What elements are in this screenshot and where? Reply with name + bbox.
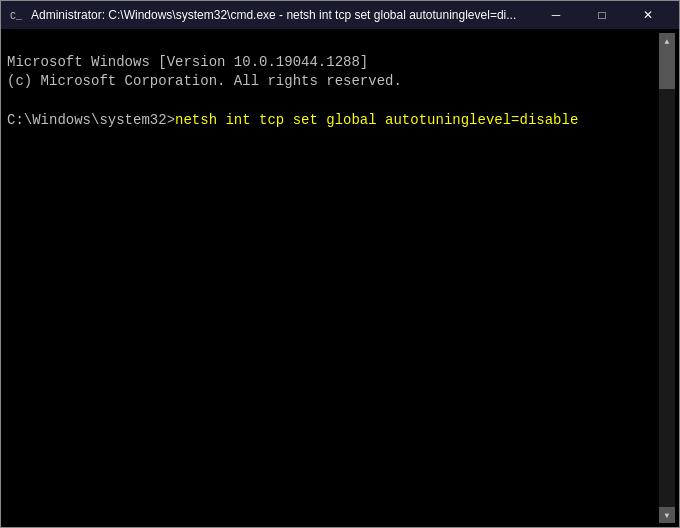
scroll-up-button[interactable]: ▲ [659, 33, 675, 49]
command-text: netsh int tcp set global autotuninglevel… [175, 112, 578, 128]
minimize-button[interactable]: ─ [533, 1, 579, 29]
version-line: Microsoft Windows [Version 10.0.19044.12… [7, 54, 368, 70]
console-output[interactable]: Microsoft Windows [Version 10.0.19044.12… [7, 33, 659, 523]
svg-text:C_: C_ [10, 11, 23, 22]
window-title: Administrator: C:\Windows\system32\cmd.e… [31, 8, 525, 22]
scrollbar-track [659, 49, 675, 507]
scrollbar: ▲ ▼ [659, 33, 675, 523]
scrollbar-thumb[interactable] [659, 49, 675, 89]
command-line: C:\Windows\system32>netsh int tcp set gl… [7, 112, 578, 128]
copyright-line: (c) Microsoft Corporation. All rights re… [7, 73, 402, 89]
maximize-button[interactable]: □ [579, 1, 625, 29]
blank-line [7, 93, 15, 109]
cmd-window: C_ Administrator: C:\Windows\system32\cm… [0, 0, 680, 528]
title-bar: C_ Administrator: C:\Windows\system32\cm… [1, 1, 679, 29]
console-area: Microsoft Windows [Version 10.0.19044.12… [1, 29, 679, 527]
window-controls: ─ □ ✕ [533, 1, 671, 29]
cmd-icon: C_ [9, 7, 25, 23]
prompt: C:\Windows\system32> [7, 112, 175, 128]
close-button[interactable]: ✕ [625, 1, 671, 29]
scroll-down-button[interactable]: ▼ [659, 507, 675, 523]
